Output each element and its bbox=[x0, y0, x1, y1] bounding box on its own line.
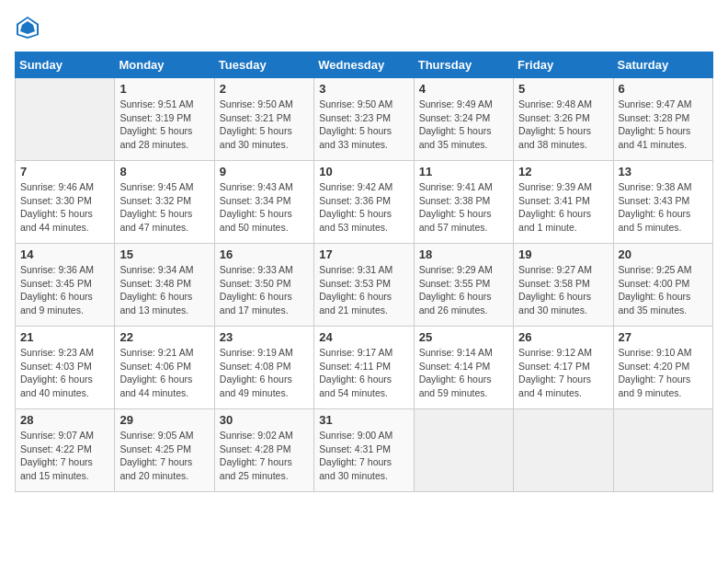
day-number: 5 bbox=[518, 82, 608, 96]
day-number: 29 bbox=[119, 413, 209, 427]
day-number: 11 bbox=[419, 165, 508, 178]
day-info: Sunrise: 9:42 AMSunset: 3:36 PMDaylight:… bbox=[319, 180, 408, 235]
day-number: 19 bbox=[518, 247, 608, 261]
day-number: 10 bbox=[319, 165, 408, 178]
calendar-cell: 1Sunrise: 9:51 AMSunset: 3:19 PMDaylight… bbox=[115, 78, 214, 161]
day-number: 27 bbox=[619, 330, 708, 344]
calendar-cell: 11Sunrise: 9:41 AMSunset: 3:38 PMDayligh… bbox=[414, 161, 513, 244]
calendar-cell: 22Sunrise: 9:21 AMSunset: 4:06 PMDayligh… bbox=[115, 327, 214, 409]
day-info: Sunrise: 9:14 AMSunset: 4:14 PMDaylight:… bbox=[419, 346, 508, 400]
day-number: 9 bbox=[220, 165, 309, 178]
day-number: 22 bbox=[119, 330, 209, 344]
calendar-week-row: 21Sunrise: 9:23 AMSunset: 4:03 PMDayligh… bbox=[16, 327, 713, 409]
day-number: 24 bbox=[319, 330, 408, 344]
day-info: Sunrise: 9:07 AMSunset: 4:22 PMDaylight:… bbox=[20, 429, 109, 483]
calendar-cell: 23Sunrise: 9:19 AMSunset: 4:08 PMDayligh… bbox=[214, 327, 313, 409]
calendar-cell: 31Sunrise: 9:00 AMSunset: 4:31 PMDayligh… bbox=[314, 409, 414, 492]
calendar-cell: 7Sunrise: 9:46 AMSunset: 3:30 PMDaylight… bbox=[16, 161, 115, 244]
day-number: 2 bbox=[220, 82, 309, 96]
calendar-week-row: 28Sunrise: 9:07 AMSunset: 4:22 PMDayligh… bbox=[16, 409, 713, 492]
day-info: Sunrise: 9:36 AMSunset: 3:45 PMDaylight:… bbox=[20, 263, 109, 317]
calendar-cell: 10Sunrise: 9:42 AMSunset: 3:36 PMDayligh… bbox=[314, 161, 414, 244]
calendar-cell: 20Sunrise: 9:25 AMSunset: 4:00 PMDayligh… bbox=[613, 244, 712, 327]
day-info: Sunrise: 9:46 AMSunset: 3:30 PMDaylight:… bbox=[20, 180, 109, 235]
header-sunday: Sunday bbox=[16, 52, 115, 78]
day-number: 6 bbox=[619, 82, 708, 96]
day-info: Sunrise: 9:02 AMSunset: 4:28 PMDaylight:… bbox=[220, 429, 309, 483]
calendar-cell: 29Sunrise: 9:05 AMSunset: 4:25 PMDayligh… bbox=[115, 409, 214, 492]
calendar-cell: 27Sunrise: 9:10 AMSunset: 4:20 PMDayligh… bbox=[613, 327, 712, 409]
calendar-cell: 30Sunrise: 9:02 AMSunset: 4:28 PMDayligh… bbox=[214, 409, 313, 492]
day-number: 18 bbox=[419, 247, 508, 261]
day-info: Sunrise: 9:34 AMSunset: 3:48 PMDaylight:… bbox=[119, 263, 209, 317]
day-number: 3 bbox=[319, 82, 408, 96]
calendar-cell: 2Sunrise: 9:50 AMSunset: 3:21 PMDaylight… bbox=[214, 78, 313, 161]
day-number: 30 bbox=[220, 413, 309, 427]
calendar-cell bbox=[613, 409, 712, 492]
day-number: 4 bbox=[419, 82, 508, 96]
header-wednesday: Wednesday bbox=[314, 52, 414, 78]
calendar-cell: 6Sunrise: 9:47 AMSunset: 3:28 PMDaylight… bbox=[613, 78, 712, 161]
day-info: Sunrise: 9:39 AMSunset: 3:41 PMDaylight:… bbox=[518, 180, 608, 235]
day-number: 21 bbox=[20, 330, 109, 344]
day-info: Sunrise: 9:12 AMSunset: 4:17 PMDaylight:… bbox=[518, 346, 608, 400]
day-number: 12 bbox=[518, 165, 608, 178]
day-info: Sunrise: 9:27 AMSunset: 3:58 PMDaylight:… bbox=[518, 263, 608, 317]
calendar-cell: 9Sunrise: 9:43 AMSunset: 3:34 PMDaylight… bbox=[214, 161, 313, 244]
day-info: Sunrise: 9:38 AMSunset: 3:43 PMDaylight:… bbox=[619, 180, 708, 235]
day-info: Sunrise: 9:05 AMSunset: 4:25 PMDaylight:… bbox=[119, 429, 209, 483]
day-info: Sunrise: 9:21 AMSunset: 4:06 PMDaylight:… bbox=[119, 346, 209, 400]
header-thursday: Thursday bbox=[414, 52, 513, 78]
day-number: 20 bbox=[619, 247, 708, 261]
header-monday: Monday bbox=[115, 52, 214, 78]
calendar-cell: 3Sunrise: 9:50 AMSunset: 3:23 PMDaylight… bbox=[314, 78, 414, 161]
calendar-cell: 15Sunrise: 9:34 AMSunset: 3:48 PMDayligh… bbox=[115, 244, 214, 327]
day-number: 8 bbox=[119, 165, 209, 178]
day-info: Sunrise: 9:10 AMSunset: 4:20 PMDaylight:… bbox=[619, 346, 708, 400]
logo bbox=[15, 15, 44, 40]
calendar-cell bbox=[414, 409, 513, 492]
header-tuesday: Tuesday bbox=[214, 52, 313, 78]
calendar-week-row: 14Sunrise: 9:36 AMSunset: 3:45 PMDayligh… bbox=[16, 244, 713, 327]
day-info: Sunrise: 9:51 AMSunset: 3:19 PMDaylight:… bbox=[119, 98, 209, 152]
calendar-week-row: 7Sunrise: 9:46 AMSunset: 3:30 PMDaylight… bbox=[16, 161, 713, 244]
calendar-cell: 19Sunrise: 9:27 AMSunset: 3:58 PMDayligh… bbox=[514, 244, 613, 327]
day-info: Sunrise: 9:41 AMSunset: 3:38 PMDaylight:… bbox=[419, 180, 508, 235]
calendar-cell: 18Sunrise: 9:29 AMSunset: 3:55 PMDayligh… bbox=[414, 244, 513, 327]
day-info: Sunrise: 9:50 AMSunset: 3:23 PMDaylight:… bbox=[319, 98, 408, 152]
day-info: Sunrise: 9:19 AMSunset: 4:08 PMDaylight:… bbox=[220, 346, 309, 400]
calendar-cell: 8Sunrise: 9:45 AMSunset: 3:32 PMDaylight… bbox=[115, 161, 214, 244]
day-number: 15 bbox=[119, 247, 209, 261]
calendar-cell: 28Sunrise: 9:07 AMSunset: 4:22 PMDayligh… bbox=[16, 409, 115, 492]
day-number: 23 bbox=[220, 330, 309, 344]
day-number: 26 bbox=[518, 330, 608, 344]
header-friday: Friday bbox=[514, 52, 613, 78]
calendar-cell: 21Sunrise: 9:23 AMSunset: 4:03 PMDayligh… bbox=[16, 327, 115, 409]
calendar-cell: 26Sunrise: 9:12 AMSunset: 4:17 PMDayligh… bbox=[514, 327, 613, 409]
header-saturday: Saturday bbox=[613, 52, 712, 78]
calendar-cell: 14Sunrise: 9:36 AMSunset: 3:45 PMDayligh… bbox=[16, 244, 115, 327]
day-info: Sunrise: 9:43 AMSunset: 3:34 PMDaylight:… bbox=[220, 180, 309, 235]
day-info: Sunrise: 9:00 AMSunset: 4:31 PMDaylight:… bbox=[319, 429, 408, 483]
day-number: 7 bbox=[20, 165, 109, 178]
calendar-cell bbox=[514, 409, 613, 492]
calendar-header-row: SundayMondayTuesdayWednesdayThursdayFrid… bbox=[16, 52, 713, 78]
day-number: 25 bbox=[419, 330, 508, 344]
calendar-table: SundayMondayTuesdayWednesdayThursdayFrid… bbox=[15, 52, 713, 492]
calendar-cell: 4Sunrise: 9:49 AMSunset: 3:24 PMDaylight… bbox=[414, 78, 513, 161]
calendar-cell: 12Sunrise: 9:39 AMSunset: 3:41 PMDayligh… bbox=[514, 161, 613, 244]
day-info: Sunrise: 9:25 AMSunset: 4:00 PMDaylight:… bbox=[619, 263, 708, 317]
day-number: 28 bbox=[20, 413, 109, 427]
day-number: 14 bbox=[20, 247, 109, 261]
calendar-cell: 5Sunrise: 9:48 AMSunset: 3:26 PMDaylight… bbox=[514, 78, 613, 161]
day-number: 1 bbox=[119, 82, 209, 96]
calendar-cell: 16Sunrise: 9:33 AMSunset: 3:50 PMDayligh… bbox=[214, 244, 313, 327]
day-number: 31 bbox=[319, 413, 408, 427]
day-info: Sunrise: 9:45 AMSunset: 3:32 PMDaylight:… bbox=[119, 180, 209, 235]
calendar-cell: 13Sunrise: 9:38 AMSunset: 3:43 PMDayligh… bbox=[613, 161, 712, 244]
day-info: Sunrise: 9:17 AMSunset: 4:11 PMDaylight:… bbox=[319, 346, 408, 400]
calendar-cell: 24Sunrise: 9:17 AMSunset: 4:11 PMDayligh… bbox=[314, 327, 414, 409]
day-info: Sunrise: 9:29 AMSunset: 3:55 PMDaylight:… bbox=[419, 263, 508, 317]
day-number: 13 bbox=[619, 165, 708, 178]
day-info: Sunrise: 9:47 AMSunset: 3:28 PMDaylight:… bbox=[619, 98, 708, 152]
